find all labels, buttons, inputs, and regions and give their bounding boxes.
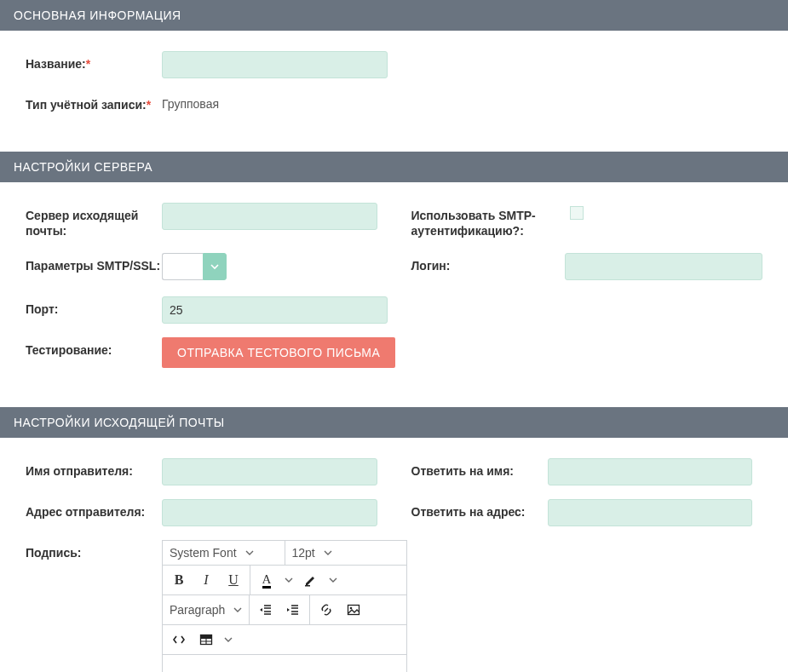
toolbar-row-2: B I U A: [163, 566, 406, 595]
outdent-button[interactable]: [256, 600, 275, 619]
underline-button[interactable]: U: [224, 571, 243, 589]
link-button[interactable]: [317, 600, 336, 619]
text-color-button[interactable]: A: [257, 571, 276, 589]
sender-addr-input[interactable]: [162, 499, 377, 526]
svg-rect-4: [201, 635, 212, 638]
svg-rect-0: [305, 585, 310, 587]
font-size-value: 12pt: [292, 546, 315, 560]
testing-label: Тестирование:: [26, 337, 162, 358]
chevron-down-icon[interactable]: [224, 635, 233, 644]
signature-editor-area[interactable]: [163, 655, 406, 672]
reply-name-label: Ответить на имя:: [411, 458, 548, 479]
sender-name-input[interactable]: [162, 458, 377, 485]
smtp-ssl-dropdown-button[interactable]: [203, 253, 227, 280]
login-input[interactable]: [565, 253, 763, 280]
svg-point-2: [350, 606, 353, 609]
chevron-down-icon: [233, 606, 242, 614]
link-icon: [319, 603, 333, 617]
table-icon: [199, 633, 213, 646]
section-header-basic: ОСНОВНАЯ ИНФОРМАЦИЯ: [0, 0, 788, 31]
reply-addr-label: Ответить на адрес:: [411, 499, 548, 520]
login-label: Логин:: [411, 253, 565, 273]
outdent-icon: [259, 603, 273, 617]
rich-text-editor: System Font 12pt: [162, 540, 407, 672]
toolbar-row-1: System Font 12pt: [163, 541, 406, 566]
toolbar-row-4: [163, 625, 406, 655]
account-type-label: Тип учётной записи:*: [26, 92, 162, 112]
name-input[interactable]: [162, 51, 388, 78]
account-type-value: Групповая: [162, 92, 762, 111]
image-icon: [347, 603, 360, 617]
reply-name-input[interactable]: [548, 458, 752, 485]
sender-name-label: Имя отправителя:: [26, 458, 162, 479]
required-marker: *: [147, 98, 151, 112]
table-button[interactable]: [197, 630, 216, 649]
paragraph-value: Paragraph: [170, 603, 225, 617]
bold-button[interactable]: B: [170, 571, 188, 589]
section-body-outgoing: Имя отправителя: Ответить на имя: Адрес …: [0, 438, 788, 672]
section-server-settings: НАСТРОЙКИ СЕРВЕРА Сервер исходящей почты…: [0, 152, 788, 389]
image-button[interactable]: [344, 600, 363, 619]
port-input[interactable]: [162, 296, 388, 324]
send-test-email-button[interactable]: ОТПРАВКА ТЕСТОВОГО ПИСЬМА: [162, 337, 395, 368]
font-size-select[interactable]: 12pt: [292, 546, 332, 560]
marker-icon: [304, 573, 318, 587]
required-marker: *: [86, 57, 90, 71]
smtp-ssl-value: [162, 253, 203, 280]
smtp-ssl-select[interactable]: [162, 253, 227, 280]
section-header-outgoing: НАСТРОЙКИ ИСХОДЯЩЕЙ ПОЧТЫ: [0, 407, 788, 438]
smtp-auth-label: Использовать SMTP-аутентификацию?:: [411, 203, 565, 238]
indent-icon: [286, 603, 300, 617]
port-label: Порт:: [26, 296, 162, 317]
reply-addr-input[interactable]: [548, 499, 752, 526]
italic-button[interactable]: I: [197, 571, 216, 589]
paragraph-select[interactable]: Paragraph: [170, 603, 242, 617]
code-icon: [172, 633, 186, 646]
outgoing-server-label: Сервер исходящей почты:: [26, 203, 162, 238]
smtp-auth-checkbox[interactable]: [570, 206, 584, 220]
toolbar-row-3: Paragraph: [163, 595, 406, 625]
section-header-server: НАСТРОЙКИ СЕРВЕРА: [0, 152, 788, 182]
chevron-down-icon: [324, 549, 332, 557]
font-family-value: System Font: [170, 546, 237, 560]
name-label: Название:*: [26, 51, 162, 72]
indent-button[interactable]: [284, 600, 302, 619]
section-basic-info: ОСНОВНАЯ ИНФОРМАЦИЯ Название:* Тип учётн…: [0, 0, 788, 135]
highlight-color-button[interactable]: [302, 571, 320, 589]
section-body-server: Сервер исходящей почты: Использовать SMT…: [0, 182, 788, 389]
chevron-down-icon[interactable]: [285, 576, 293, 584]
font-family-select[interactable]: System Font: [170, 546, 254, 560]
chevron-down-icon: [245, 549, 254, 557]
section-body-basic: Название:* Тип учётной записи:* Группова…: [0, 31, 788, 135]
section-outgoing-mail: НАСТРОЙКИ ИСХОДЯЩЕЙ ПОЧТЫ Имя отправител…: [0, 407, 788, 672]
smtp-ssl-label: Параметры SMTP/SSL:: [26, 253, 162, 273]
outgoing-server-input[interactable]: [162, 203, 377, 230]
chevron-down-icon: [210, 262, 219, 271]
sender-addr-label: Адрес отправителя:: [26, 499, 162, 520]
source-code-button[interactable]: [170, 630, 188, 649]
chevron-down-icon[interactable]: [329, 576, 337, 584]
signature-label: Подпись:: [26, 540, 162, 560]
